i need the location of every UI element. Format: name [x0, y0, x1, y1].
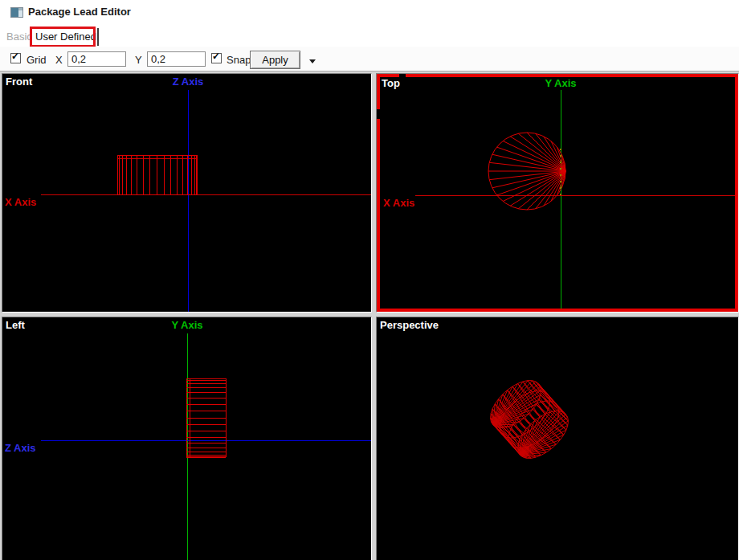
toolbar: ✓ Grid X Y ✓ Snap Apply: [0, 47, 739, 71]
z-axis-label: Z Axis: [173, 76, 204, 88]
app-window-icon: [10, 7, 23, 18]
checkmark-icon: ✓: [212, 51, 220, 62]
viewport-grid: Front Z Axis X Axis Top Y Axis X Axis Le…: [0, 71, 739, 560]
perspective-view-canvas[interactable]: [377, 317, 738, 560]
grid-x-input[interactable]: [67, 51, 126, 67]
grid-y-input[interactable]: [147, 51, 206, 67]
checkmark-icon: ✓: [11, 51, 19, 62]
left-view-canvas[interactable]: [2, 317, 371, 560]
apply-button[interactable]: Apply: [250, 51, 300, 69]
viewport-label-top: Top: [382, 77, 400, 89]
viewport-top[interactable]: Top Y Axis X Axis: [376, 73, 739, 313]
viewport-label-left: Left: [6, 319, 25, 331]
viewport-front[interactable]: Front Z Axis X Axis: [2, 73, 372, 313]
top-view-canvas[interactable]: [377, 74, 738, 312]
front-view-canvas[interactable]: [2, 74, 371, 312]
dropdown-arrow-icon[interactable]: [309, 59, 316, 63]
viewport-label-front: Front: [6, 76, 32, 88]
tab-separator: [97, 28, 99, 46]
y-axis-label: Y Axis: [545, 77, 576, 89]
snap-label: Snap: [227, 54, 251, 66]
x-axis-label: X Axis: [5, 196, 36, 208]
tab-basic[interactable]: Basic: [6, 31, 32, 43]
y-axis-label: Y Axis: [171, 319, 202, 331]
snap-checkbox[interactable]: ✓: [211, 53, 222, 63]
title-bar: Package Lead Editor: [0, 0, 739, 24]
annotation-highlight: [30, 27, 96, 47]
z-axis-label: Z Axis: [5, 442, 36, 454]
viewport-perspective[interactable]: Perspective: [376, 317, 739, 560]
tab-bar: Basic User Defined: [0, 24, 739, 47]
grid-label: Grid: [27, 54, 47, 66]
x-axis-label: X Axis: [383, 197, 414, 209]
y-label: Y: [135, 54, 142, 66]
viewport-label-perspective: Perspective: [380, 319, 439, 331]
window-title: Package Lead Editor: [28, 6, 131, 18]
grid-checkbox[interactable]: ✓: [10, 53, 21, 63]
x-label: X: [55, 54, 63, 66]
viewport-left[interactable]: Left Y Axis Z Axis: [2, 317, 372, 560]
